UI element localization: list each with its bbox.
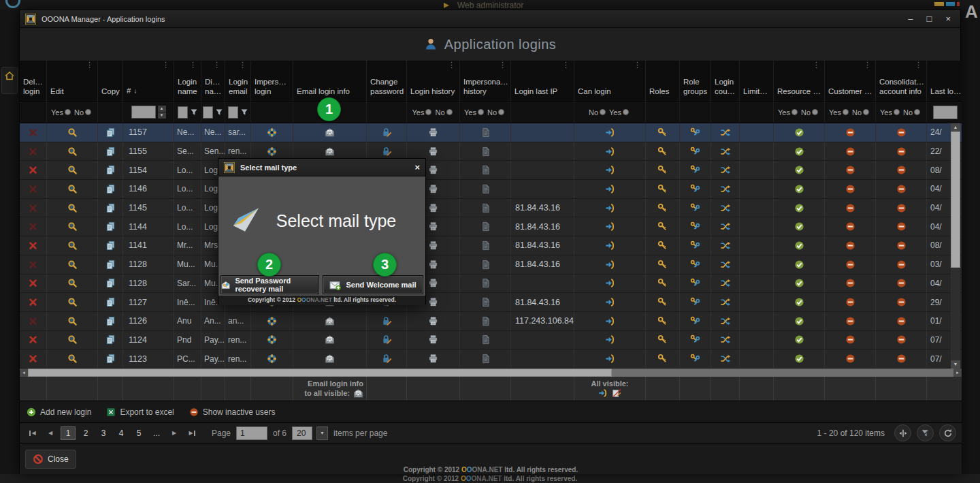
consolidated-account-info-status[interactable] xyxy=(876,180,927,198)
previous-page-button[interactable]: ◀ xyxy=(43,426,58,440)
delete-login-button[interactable] xyxy=(20,275,47,293)
roles-button[interactable] xyxy=(646,331,680,349)
col-header-copy[interactable]: Copy xyxy=(98,61,123,101)
copy-button[interactable] xyxy=(98,236,123,255)
delete-login-button[interactable] xyxy=(20,236,47,255)
role-groups-button[interactable] xyxy=(680,142,711,161)
consolidated-account-info-status[interactable] xyxy=(876,217,927,236)
role-groups-button[interactable] xyxy=(680,349,711,368)
page-button-4[interactable]: 4 xyxy=(114,426,129,440)
page-button-5[interactable]: 5 xyxy=(131,426,146,440)
role-groups-button[interactable] xyxy=(680,123,711,142)
copy-button[interactable] xyxy=(98,161,123,179)
funnel-icon[interactable] xyxy=(240,108,248,116)
spin-down-button[interactable]: ▼ xyxy=(158,112,166,119)
table-row[interactable]: 1128Mu...Mu...81.84.43.1603/ xyxy=(20,255,962,275)
horizontal-scroll-track[interactable] xyxy=(612,369,953,377)
scroll-up-button[interactable]: ▲ xyxy=(951,123,960,131)
edit-button[interactable] xyxy=(47,161,98,179)
impersonation-history-button[interactable] xyxy=(460,293,511,311)
table-row[interactable]: 1126AnuAn...an...117.243.106.8401/ xyxy=(20,312,962,331)
column-menu-icon[interactable]: ⋮ xyxy=(634,61,641,69)
col-header-login-coupling[interactable]: Logincoupling xyxy=(711,61,740,101)
last-page-button[interactable]: ▶ xyxy=(184,426,199,440)
delete-login-button[interactable] xyxy=(20,312,47,330)
col-header-number[interactable]: ⋮#↓ xyxy=(123,61,174,101)
can-login-all-visible-button[interactable] xyxy=(598,388,608,398)
can-login-button[interactable] xyxy=(574,142,646,161)
edit-button[interactable] xyxy=(47,217,98,236)
col-header-can-login[interactable]: ⋮Can login xyxy=(574,61,646,101)
col-header-edit[interactable]: ⋮Edit xyxy=(47,61,98,101)
scroll-right-button[interactable]: ▸ xyxy=(953,369,962,377)
can-login-button[interactable] xyxy=(574,275,646,293)
column-menu-icon[interactable]: ⋮ xyxy=(162,61,169,69)
email-all-visible-button[interactable] xyxy=(353,388,363,399)
fit-columns-button[interactable] xyxy=(894,424,911,441)
role-groups-button[interactable] xyxy=(680,217,711,236)
can-login-button[interactable] xyxy=(574,123,646,142)
delete-login-button[interactable] xyxy=(20,123,47,142)
roles-button[interactable] xyxy=(646,236,680,255)
add-new-login-button[interactable]: Add new login xyxy=(27,407,91,417)
can-login-button[interactable] xyxy=(574,349,646,368)
consolidated-account-info-status[interactable] xyxy=(876,293,927,311)
impersonation-history-button[interactable] xyxy=(460,275,511,293)
resource-info-status[interactable] xyxy=(774,255,825,274)
column-menu-icon[interactable]: ⋮ xyxy=(813,61,820,69)
edit-button[interactable] xyxy=(47,331,98,349)
login-coupling-button[interactable] xyxy=(711,180,740,198)
impersonation-history-button[interactable] xyxy=(460,180,511,198)
email-login-info-button[interactable] xyxy=(293,331,367,349)
roles-button[interactable] xyxy=(646,123,680,142)
filter-no-radio[interactable] xyxy=(812,109,818,115)
copy-button[interactable] xyxy=(98,349,123,368)
filter-yes-radio[interactable] xyxy=(623,109,629,115)
login-coupling-button[interactable] xyxy=(711,199,740,217)
filter-no-radio[interactable] xyxy=(600,109,606,115)
vertical-scrollbar[interactable]: ▲ ▼ xyxy=(951,123,960,369)
filter-no-radio[interactable] xyxy=(498,109,504,115)
col-header-delete-login[interactable]: Deletelogin xyxy=(20,61,47,101)
resource-info-status[interactable] xyxy=(774,199,825,217)
impersonate-login-button[interactable] xyxy=(251,123,293,142)
copy-button[interactable] xyxy=(98,199,123,217)
col-header-email-login-info[interactable]: Email login info xyxy=(293,61,367,101)
page-size-dropdown-button[interactable]: ▼ xyxy=(316,426,328,440)
delete-login-button[interactable] xyxy=(20,180,47,198)
change-password-button[interactable] xyxy=(367,349,407,368)
number-filter-input[interactable] xyxy=(131,106,156,119)
impersonation-history-button[interactable] xyxy=(460,217,511,236)
col-header-display-name[interactable]: ⋮Displayname xyxy=(201,61,225,101)
login-name-filter-input[interactable] xyxy=(178,106,188,119)
customer-info-status[interactable] xyxy=(825,349,876,368)
spin-up-button[interactable]: ▲ xyxy=(158,106,166,112)
consolidated-account-info-status[interactable] xyxy=(876,161,927,179)
copy-button[interactable] xyxy=(98,142,123,161)
can-login-button[interactable] xyxy=(574,217,646,236)
roles-button[interactable] xyxy=(646,217,680,236)
role-groups-button[interactable] xyxy=(680,180,711,198)
col-header-change-password[interactable]: Changepassword xyxy=(367,61,407,101)
delete-login-button[interactable] xyxy=(20,199,47,217)
table-row[interactable]: 1128Sar...Mu...04/ xyxy=(20,275,962,294)
change-password-button[interactable] xyxy=(367,123,407,142)
customer-info-status[interactable] xyxy=(825,142,876,161)
roles-button[interactable] xyxy=(646,180,680,198)
login-history-button[interactable] xyxy=(407,312,460,330)
copy-button[interactable] xyxy=(98,331,123,349)
maximize-button[interactable]: □ xyxy=(927,14,932,23)
consolidated-account-info-status[interactable] xyxy=(876,275,927,293)
change-password-button[interactable] xyxy=(367,312,407,330)
delete-login-button[interactable] xyxy=(20,293,47,311)
resource-info-status[interactable] xyxy=(774,275,825,293)
col-header-roles[interactable]: Roles xyxy=(646,61,680,101)
send-password-recovery-mail-button[interactable]: Send Password recovery mail xyxy=(220,275,319,294)
login-coupling-button[interactable] xyxy=(711,236,740,255)
column-menu-icon[interactable]: ⋮ xyxy=(239,61,246,69)
customer-info-status[interactable] xyxy=(825,312,876,330)
col-header-login-email[interactable]: ⋮Loginemail xyxy=(225,61,251,101)
column-menu-icon[interactable]: ⋮ xyxy=(864,61,871,69)
login-coupling-button[interactable] xyxy=(711,123,740,142)
edit-button[interactable] xyxy=(47,349,98,368)
